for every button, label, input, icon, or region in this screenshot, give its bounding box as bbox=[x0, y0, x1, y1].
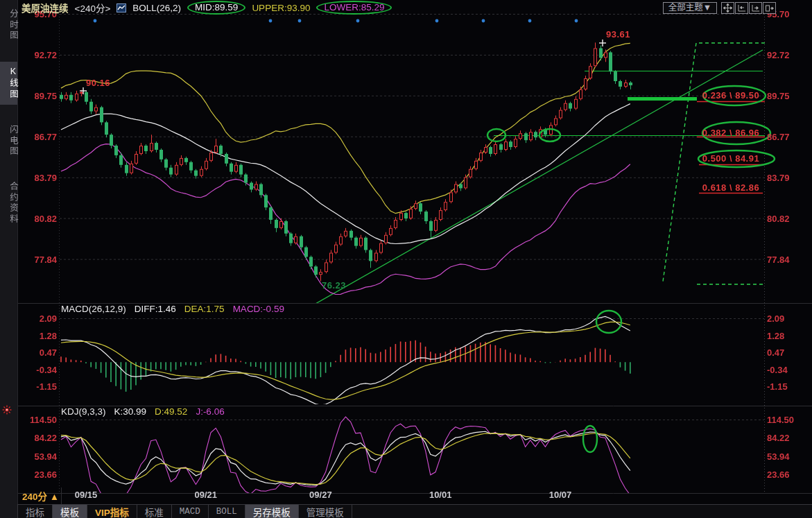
kdj-y-tick-left: 84.22 bbox=[19, 433, 57, 443]
fibonacci-level-label[interactable]: 0.500 \ 84.91 bbox=[686, 153, 776, 164]
macd-y-tick-left: -1.15 bbox=[19, 381, 57, 392]
symbol-period[interactable]: <240分> bbox=[75, 1, 111, 15]
period-selector[interactable]: 240分 ▲ bbox=[22, 489, 59, 503]
bottom-tab[interactable]: 指标 bbox=[17, 505, 53, 518]
sidebar-item-2[interactable]: 闪电图 bbox=[0, 120, 17, 162]
main-y-tick-right: 83.79 bbox=[767, 173, 810, 183]
sidebar-item-1[interactable]: K线图 bbox=[0, 62, 17, 105]
theme-selector-button[interactable]: 全部主题▼ bbox=[663, 2, 717, 14]
kdj-title[interactable]: KDJ(9,3,3) bbox=[61, 406, 106, 417]
kdj-y-tick-right: 114.50 bbox=[767, 415, 810, 425]
macd-y-tick-right: 1.28 bbox=[767, 331, 810, 341]
kdj-k-value: K:30.99 bbox=[114, 406, 147, 417]
macd-panel-header: MACD(26,12,9) DIFF:1.46 DEA:1.75 MACD:-0… bbox=[61, 304, 284, 314]
macd-y-tick-right: -0.34 bbox=[767, 365, 810, 375]
macd-y-tick-left: 2.09 bbox=[19, 313, 57, 324]
bottom-tab[interactable]: 标准 bbox=[137, 505, 172, 518]
sidebar-item-3[interactable]: 合约资料 bbox=[0, 177, 17, 230]
main-y-tick-left: 80.82 bbox=[19, 214, 57, 224]
main-y-tick-right: 92.72 bbox=[767, 50, 810, 60]
boll-upper-value: UPPER:93.90 bbox=[252, 3, 310, 13]
bottom-tab[interactable]: 另存模板 bbox=[245, 505, 299, 518]
price-mark-label: 90.16 bbox=[86, 78, 110, 88]
scale-y-axis-icon[interactable] bbox=[735, 2, 748, 14]
shift-right-icon[interactable] bbox=[763, 2, 776, 14]
main-y-tick-left: 83.79 bbox=[19, 173, 57, 183]
macd-title[interactable]: MACD(26,12,9) bbox=[61, 304, 126, 314]
macd-dea-value: DEA:1.75 bbox=[184, 304, 225, 314]
macd-y-tick-left: 1.28 bbox=[19, 331, 57, 341]
move-icon[interactable] bbox=[721, 2, 734, 14]
kdj-panel-header: KDJ(9,3,3) K:30.99 D:49.52 J:-6.06 bbox=[61, 406, 225, 417]
macd-y-tick-right: -1.15 bbox=[767, 381, 810, 392]
price-mark-label: 76.23 bbox=[322, 280, 346, 291]
macd-y-tick-right: 0.47 bbox=[767, 347, 810, 358]
main-y-tick-left: 77.84 bbox=[19, 254, 57, 265]
kdj-y-tick-left: 23.66 bbox=[19, 469, 57, 480]
bottom-tab[interactable]: BOLL bbox=[209, 505, 245, 518]
main-y-tick-right: 77.84 bbox=[767, 254, 810, 265]
macd-hist-value: MACD:-0.59 bbox=[233, 304, 284, 314]
date-label: 09/15 bbox=[70, 490, 102, 500]
bottom-tab[interactable]: 模板 bbox=[53, 505, 87, 518]
line-chart-icon[interactable] bbox=[116, 3, 126, 12]
date-label: 10/01 bbox=[424, 490, 456, 500]
fibonacci-level-label[interactable]: 0.382 \ 86.96 bbox=[686, 128, 776, 138]
main-y-tick-right: 80.82 bbox=[767, 214, 810, 224]
main-y-tick-left: 86.77 bbox=[19, 132, 57, 142]
main-y-tick-left: 89.75 bbox=[19, 91, 57, 101]
chart-type-sidebar: 分时图K线图闪电图合约资料 bbox=[0, 0, 18, 518]
kdj-j-value: J:-6.06 bbox=[196, 406, 224, 417]
symbol-title[interactable]: 美原油连续 bbox=[21, 1, 69, 15]
macd-y-tick-left: -0.34 bbox=[19, 365, 57, 375]
macd-y-tick-left: 0.47 bbox=[19, 347, 57, 358]
kdj-y-tick-right: 23.66 bbox=[767, 469, 810, 480]
kdj-y-tick-left: 53.94 bbox=[19, 451, 57, 462]
date-label: 09/21 bbox=[190, 490, 222, 500]
fibonacci-level-label[interactable]: 0.236 \ 89.50 bbox=[686, 90, 776, 101]
date-label: 09/27 bbox=[304, 490, 336, 500]
fibonacci-level-label[interactable]: 0.618 \ 82.86 bbox=[686, 182, 776, 193]
bottom-tab[interactable]: 管理模板 bbox=[299, 505, 352, 518]
indicator-header-bar: 美原油连续 <240分> BOLL(26,2) MID:89.59 UPPER:… bbox=[21, 0, 392, 15]
boll-lower-value: LOWER:85.29 bbox=[316, 1, 392, 15]
macd-y-tick-right: 2.09 bbox=[767, 313, 810, 324]
scale-x-axis-icon[interactable] bbox=[749, 2, 762, 14]
boll-indicator-label[interactable]: BOLL(26,2) bbox=[132, 3, 181, 13]
date-label: 10/07 bbox=[544, 490, 576, 500]
chart-canvas[interactable] bbox=[0, 0, 812, 518]
bottom-tab[interactable]: VIP指标 bbox=[87, 505, 137, 518]
kdj-y-tick-right: 84.22 bbox=[767, 433, 810, 443]
kdj-y-tick-right: 53.94 bbox=[767, 451, 810, 462]
template-tab-bar: 指标模板VIP指标标准MACDBOLL另存模板管理模板 bbox=[17, 504, 812, 518]
macd-diff-value: DIFF:1.46 bbox=[135, 304, 176, 314]
indicator-settings-icon[interactable] bbox=[2, 405, 12, 415]
trading-app-window: 分时图K线图闪电图合约资料 美原油连续 <240分> BOLL(26,2) MI… bbox=[0, 0, 812, 518]
kdj-y-tick-left: 114.50 bbox=[19, 415, 57, 425]
main-y-tick-left: 92.72 bbox=[19, 50, 57, 60]
sidebar-item-0[interactable]: 分时图 bbox=[0, 4, 17, 46]
boll-mid-value: MID:89.59 bbox=[187, 1, 245, 15]
price-mark-label: 93.61 bbox=[606, 29, 630, 40]
bottom-tab[interactable]: MACD bbox=[172, 505, 209, 518]
kdj-d-value: D:49.52 bbox=[155, 406, 187, 417]
